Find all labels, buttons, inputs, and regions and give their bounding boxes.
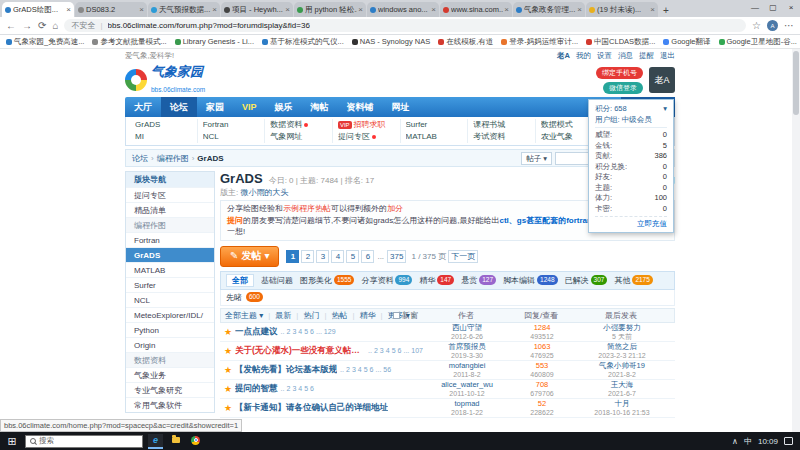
thread-page-link[interactable]: 3 <box>380 347 384 354</box>
page-scrollbar[interactable] <box>792 49 800 432</box>
filter-tab-悬赏[interactable]: 悬赏127 <box>461 275 496 286</box>
tab-close-icon[interactable]: × <box>358 5 363 14</box>
forward-icon[interactable]: → <box>22 20 32 31</box>
sort-link-热帖[interactable]: 热帖 <box>331 310 347 321</box>
sidebar-item-数据资料[interactable]: 数据资料 <box>126 352 214 367</box>
subnav-link[interactable]: 数据资料 <box>270 119 327 131</box>
nav-item-网址[interactable]: 网址 <box>383 97 419 117</box>
browser-tab[interactable]: windows ano...× <box>367 2 439 17</box>
sort-link-全部主题[interactable]: 全部主题 ▾ <box>225 310 263 321</box>
subnav-link[interactable]: GrADS <box>135 119 192 131</box>
thread-page-link[interactable]: 6 <box>398 347 402 354</box>
wechat-login-badge[interactable]: 微信登录 <box>603 82 643 94</box>
thread-page-link[interactable]: 3 <box>292 385 296 392</box>
browser-tab[interactable]: www.sina.com...× <box>440 2 512 17</box>
breadcrumb-item[interactable]: 论坛 <box>132 153 148 164</box>
browser-tab[interactable]: 天气预报数据...× <box>148 2 220 17</box>
thread-page-link[interactable]: ... <box>316 328 322 335</box>
thread-page-link[interactable]: 4 <box>298 328 302 335</box>
thread-author-link[interactable]: 首席预报员 <box>423 342 511 351</box>
bookmark-item[interactable]: 中国CLDAS数据... <box>586 37 655 47</box>
home-icon[interactable]: ⌂ <box>52 20 58 31</box>
thread-page-link[interactable]: 129 <box>324 328 336 335</box>
user-link[interactable]: 我的 <box>576 51 591 61</box>
security-label[interactable]: 不安全 <box>71 20 95 31</box>
subnav-link[interactable]: 考试资料 <box>473 131 530 143</box>
filter-tab-脚本编辑[interactable]: 脚本编辑1248 <box>503 275 557 286</box>
tab-close-icon[interactable]: × <box>431 5 436 14</box>
bookmark-item[interactable]: Google翻译 <box>663 37 710 47</box>
thread-page-link[interactable]: 2 <box>286 328 290 335</box>
page-number[interactable]: 3 <box>316 250 329 263</box>
thread-page-link[interactable]: 4 <box>358 366 362 373</box>
taskbar-chrome-icon[interactable] <box>188 434 203 449</box>
user-avatar[interactable]: 老A <box>649 67 675 93</box>
browser-profile-avatar[interactable]: A <box>767 20 778 31</box>
last-post-time[interactable]: 2021-6-7 <box>608 390 636 397</box>
user-score[interactable]: 积分: 658 <box>595 103 627 114</box>
browser-tab[interactable]: GrADS绘图...× <box>2 2 74 17</box>
thread-title-link[interactable]: 【新卡通知】请各位确认自己的详细地址 <box>235 402 388 414</box>
new-post-button[interactable]: ✎ 发帖 ▾ <box>220 246 279 267</box>
tray-expand-icon[interactable]: ∧ <box>732 437 738 446</box>
tab-close-icon[interactable]: × <box>139 5 144 14</box>
search-scope-select[interactable]: 帖子 ▾ <box>521 152 552 165</box>
sort-link-精华[interactable]: 精华 <box>360 310 376 321</box>
subnav-link[interactable]: 课程书城 <box>473 119 530 131</box>
tab-close-icon[interactable]: × <box>504 5 509 14</box>
thread-page-link[interactable]: 107 <box>411 347 423 354</box>
browser-tab[interactable]: DS083.2× <box>75 2 147 17</box>
bind-phone-badge[interactable]: 绑定手机号 <box>596 67 643 79</box>
recharge-link[interactable]: 立即充值 <box>595 216 667 229</box>
new-tab-button[interactable]: + <box>659 3 673 17</box>
page-number-last[interactable]: 375 <box>387 250 406 263</box>
sidebar-item-Fortran[interactable]: Fortran <box>126 232 214 247</box>
filter-tab-精华[interactable]: 精华147 <box>419 275 454 286</box>
taskbar-search[interactable]: 搜索 <box>25 435 143 448</box>
sort-link-最新[interactable]: 最新 <box>275 310 291 321</box>
subnav-link[interactable]: 提问专区 <box>338 131 395 143</box>
back-icon[interactable]: ← <box>6 20 16 31</box>
sidebar-item-Python[interactable]: Python <box>126 322 214 337</box>
bookmark-item[interactable]: 登录-妈妈运维审计... <box>501 37 578 47</box>
thread-page-link[interactable]: 6 <box>310 385 314 392</box>
thread-title-link[interactable]: 一点点建议 <box>235 326 278 338</box>
taskbar-file-explorer-icon[interactable] <box>168 434 183 449</box>
tab-close-icon[interactable]: × <box>577 5 582 14</box>
thread-page-link[interactable]: 6 <box>370 366 374 373</box>
tray-language[interactable]: 中 <box>744 436 752 447</box>
close-icon[interactable]: × <box>782 0 800 14</box>
last-post-time[interactable]: 2023-2-3 21:12 <box>598 352 645 359</box>
user-link[interactable]: 提醒 <box>639 51 654 61</box>
tab-close-icon[interactable]: × <box>285 5 290 14</box>
tab-close-icon[interactable]: × <box>650 5 655 14</box>
thread-page-link[interactable]: 4 <box>298 385 302 392</box>
nav-item-VIP[interactable]: VIP <box>233 97 266 117</box>
subnav-link[interactable]: Surfer <box>406 119 463 131</box>
minimize-icon[interactable]: — <box>746 0 764 14</box>
sidebar-item-常用气象软件[interactable]: 常用气象软件 <box>126 397 214 412</box>
nav-item-淘帖[interactable]: 淘帖 <box>302 97 338 117</box>
bookmark-item[interactable]: 在线模板,有道 <box>438 37 493 47</box>
thread-page-link[interactable]: 3 <box>292 328 296 335</box>
thread-page-link[interactable]: 5 <box>392 347 396 354</box>
last-poster-link[interactable]: 小强要努力 <box>573 323 671 332</box>
browser-menu-icon[interactable]: ⋯ <box>784 20 794 31</box>
sidebar-item-精品清单[interactable]: 精品清单 <box>126 202 214 217</box>
subnav-link[interactable]: MI <box>135 131 192 143</box>
username-link[interactable]: 老A <box>557 51 570 61</box>
subnav-link[interactable]: Fortran <box>203 119 260 131</box>
sidebar-item-Surfer[interactable]: Surfer <box>126 277 214 292</box>
subnav-link[interactable]: NCL <box>203 131 260 143</box>
nav-item-资料铺[interactable]: 资料铺 <box>338 97 383 117</box>
filter-tab-分享资料[interactable]: 分享资料994 <box>361 275 412 286</box>
breadcrumb-item[interactable]: 编程作图 <box>157 153 189 164</box>
refresh-icon[interactable]: ⟳ <box>38 20 46 31</box>
bookmark-item[interactable]: 参考文献批量模式... <box>92 37 166 47</box>
start-button[interactable]: ⊞ <box>4 435 20 448</box>
sidebar-item-专业气象研究[interactable]: 专业气象研究 <box>126 382 214 397</box>
nav-item-家园[interactable]: 家园 <box>197 97 233 117</box>
thread-title-link[interactable]: 【发帖先看】论坛基本版规 <box>235 364 337 376</box>
browser-tab[interactable]: 用 python 轻松...× <box>294 2 366 17</box>
thread-page-link[interactable]: 6 <box>310 328 314 335</box>
